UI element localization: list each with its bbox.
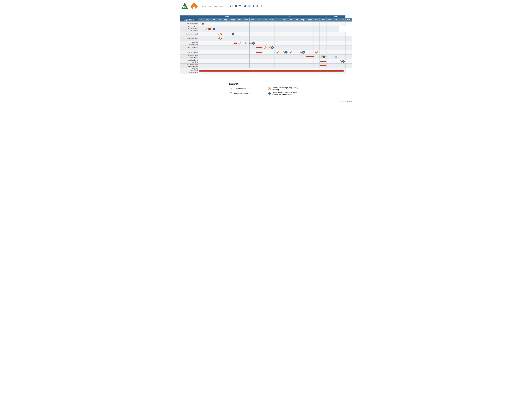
gantt-cell (229, 22, 237, 26)
gantt-cell (345, 41, 352, 46)
gantt-cell (294, 32, 299, 37)
gantt-cell (256, 26, 262, 32)
gantt-cell (222, 41, 229, 46)
gantt-cell: 3 (204, 26, 211, 32)
legend-label-westconnect: WestConnect Coalition/Steering Committee… (272, 92, 303, 95)
gantt-cell (275, 64, 281, 68)
page-header: CO W WestConnect Coalition PEL STUDY SCH… (177, 0, 355, 12)
gantt-cell (198, 55, 204, 59)
gantt-cell (288, 64, 294, 68)
gantt-cell (243, 37, 249, 41)
marker-7-circle: 7 (238, 42, 241, 45)
gantt-cell: 15 (314, 50, 320, 55)
gantt-cell (326, 46, 333, 50)
gantt-cell (320, 37, 326, 41)
gantt-cell (211, 32, 217, 37)
gantt-cell (345, 59, 352, 64)
gantt-cell (256, 37, 262, 41)
marker-8-diamond-wrap: 8 (342, 60, 344, 62)
gantt-cell (306, 32, 314, 37)
gantt-cell (299, 64, 306, 68)
legend-label-public-meeting: Public Meeting (234, 88, 246, 90)
gantt-cell (198, 41, 204, 46)
month-aug-2016: Aug (222, 18, 229, 22)
gantt-cell (204, 64, 211, 68)
table-row: Existing Cond.Data Collection& Reports 3… (180, 26, 352, 32)
gantt-cell (288, 59, 294, 64)
gantt-cell (339, 41, 345, 46)
gantt-cell (229, 26, 237, 32)
gantt-cell (198, 50, 204, 55)
gantt-cell (281, 26, 288, 32)
gantt-cell (281, 64, 288, 68)
gantt-cell (217, 26, 222, 32)
gantt-cell (249, 50, 256, 55)
gantt-cell (222, 64, 229, 68)
gantt-cell (262, 22, 268, 26)
gantt-cell (262, 26, 268, 32)
gantt-cell (217, 55, 222, 59)
legend-label-twg: Technical Working Group (TWG) Meeting (272, 87, 303, 91)
table-row: Travel Forecasts 5 (180, 37, 352, 41)
table-row: Level 3 RefineAlternatives (180, 55, 352, 59)
month-oct-2016: Oct (237, 18, 243, 22)
gantt-cell (281, 59, 288, 64)
table-row: Prioritization &Funding (180, 59, 352, 64)
gantt-cell (222, 22, 229, 26)
gantt-cell (211, 37, 217, 41)
gantt-cell (294, 37, 299, 41)
marker-13-circle: 13 (290, 51, 292, 54)
gantt-cell (275, 46, 281, 50)
svg-text:W: W (193, 6, 195, 8)
gantt-cell (333, 46, 339, 50)
gantt-cell: 7 (237, 41, 243, 46)
gantt-cell (339, 64, 345, 68)
gantt-cell (217, 41, 222, 46)
gantt-cell (306, 46, 314, 50)
gantt-cell (281, 55, 288, 59)
gantt-cell (204, 41, 211, 46)
year-2018: 2018 (326, 16, 345, 18)
gantt-cell (326, 26, 333, 32)
gantt-cell (268, 55, 275, 59)
twg-icon: # (268, 87, 271, 90)
gantt-cell (320, 32, 326, 37)
gantt-cell (314, 37, 320, 41)
gantt-cell (306, 26, 314, 32)
task-label-level1: Level 1 Analysis (180, 46, 198, 50)
w-logo: W (190, 2, 198, 10)
gantt-cell (339, 22, 345, 26)
legend-box: LEGEND ⚙ Public Meeting # Technical Work… (226, 80, 306, 98)
gantt-cell: 6 (229, 41, 237, 46)
page-title: STUDY SCHEDULE (228, 4, 263, 8)
gantt-cell (288, 32, 294, 37)
task-label-travel: Travel Forecasts (180, 37, 198, 41)
svg-text:CO: CO (183, 6, 187, 8)
gantt-cell: 4 (217, 32, 222, 37)
gantt-cell (326, 50, 333, 55)
gantt-cell (198, 37, 204, 41)
gantt-cell (281, 41, 288, 46)
gantt-cell (294, 55, 299, 59)
marker-3-diamond-wrap: 3 (252, 42, 255, 44)
gantt-cell (306, 22, 314, 26)
marker-gear-level3: ⚙ (335, 55, 337, 58)
table-row: OngoingStakeholderCoordination (180, 68, 352, 74)
gantt-cell (314, 55, 320, 59)
gantt-cell (198, 59, 204, 64)
gantt-cell: 17 8 (339, 59, 345, 64)
diamond-icon (268, 92, 271, 95)
gantt-cell (339, 50, 345, 55)
marker-4-circle: 4 (218, 33, 221, 36)
gantt-cell (288, 46, 294, 50)
gantt-cell (217, 59, 222, 64)
legend-item-twg: # Technical Working Group (TWG) Meeting (268, 87, 303, 91)
gantt-cell (333, 32, 339, 37)
gantt-cell (306, 59, 314, 64)
gantt-cell (268, 50, 275, 55)
gantt-cell (299, 55, 306, 59)
legend-label-telephone: Telephone Town Hall (234, 93, 250, 94)
gantt-cell (306, 55, 314, 59)
gantt-cell (294, 64, 299, 68)
gantt-cell (333, 50, 339, 55)
